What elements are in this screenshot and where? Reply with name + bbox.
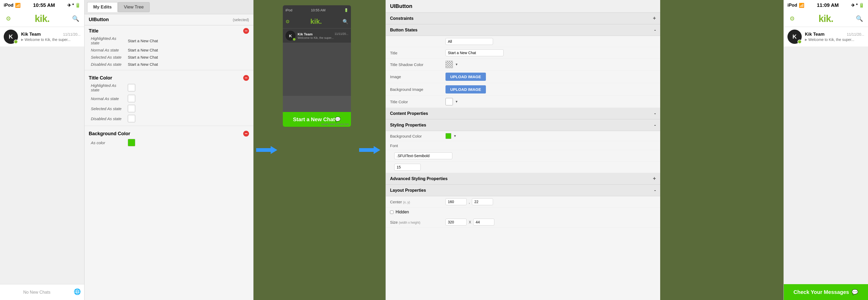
right-battery-icon: 🔋 xyxy=(859,3,864,8)
title-color-swatch-2[interactable] xyxy=(128,95,135,102)
constraints-section: Constraints + xyxy=(386,13,660,24)
bg-color-state-1: As color xyxy=(85,138,253,148)
title-shadow-color-label: Title Shadow Color xyxy=(390,62,443,67)
right-gear-icon[interactable]: ⚙ xyxy=(787,14,797,24)
left-arrow-svg xyxy=(256,146,277,154)
title-field-row: Title xyxy=(386,47,660,59)
title-state-2: Normal As state Start a New Chat xyxy=(85,47,253,54)
right-chat-item[interactable]: K Kik Team 11/11/20... ▶ Welcome to Kik,… xyxy=(784,27,868,47)
tab-my-edits[interactable]: My Edits xyxy=(87,2,118,12)
right-avatar: K xyxy=(787,30,802,44)
title-color-dropdown-arrow[interactable]: ▼ xyxy=(455,100,458,103)
right-location-icon: ✈ xyxy=(851,3,855,8)
title-field-input[interactable] xyxy=(445,50,504,56)
left-time: 10:55 AM xyxy=(33,2,55,8)
hidden-checkbox[interactable] xyxy=(390,210,394,214)
size-label: Size xyxy=(390,220,398,224)
hidden-label: Hidden xyxy=(396,210,409,214)
title-field-label: Title xyxy=(390,51,443,55)
title-color-swatch-4[interactable] xyxy=(128,115,135,122)
right-kik-logo-text: kik. xyxy=(818,13,833,24)
center-field-label: Center (x, y) xyxy=(390,200,443,204)
styling-properties-toggle[interactable]: - xyxy=(654,122,656,128)
left-no-new-chats: No New Chats xyxy=(0,290,74,295)
title-remove-icon[interactable]: − xyxy=(243,28,249,34)
advanced-styling-toggle[interactable]: + xyxy=(653,176,656,182)
preview-new-chat-btn[interactable]: Start a New Chat 💬 SHOW VIEW SELECTOR xyxy=(283,112,351,127)
my-edits-selected: (selected) xyxy=(233,18,249,22)
title-color-remove-icon[interactable]: − xyxy=(243,75,249,81)
divider-2 xyxy=(85,126,253,126)
title-color-row-inner: ▼ xyxy=(445,98,458,106)
title-state-2-label: Normal As state xyxy=(91,48,125,52)
check-messages-btn[interactable]: Check Your Messages 💬 xyxy=(784,284,868,300)
font-field-label: Font xyxy=(390,143,443,148)
right-status-right: ✈ * 🔋 xyxy=(851,3,864,8)
size-width-input[interactable] xyxy=(445,219,467,226)
right-blue-arrow xyxy=(359,146,380,154)
right-chat-info: Kik Team 11/11/20... ▶ Welcome to Kik, t… xyxy=(805,32,864,42)
preview-avatar: K xyxy=(285,31,296,41)
size-sub: (width x height) xyxy=(399,221,420,224)
bg-color-dropdown-arrow[interactable]: ▼ xyxy=(454,134,457,138)
battery-icon: 🔋 xyxy=(75,3,81,8)
size-height-input[interactable] xyxy=(473,219,494,226)
preview-carrier: iPod xyxy=(285,8,292,12)
preview-avatar-badge xyxy=(293,38,296,41)
content-properties-section: Content Properties - xyxy=(386,108,660,119)
content-properties-toggle[interactable]: - xyxy=(654,110,656,117)
center-label: Center xyxy=(390,200,402,204)
right-bluetooth-icon: * xyxy=(856,3,858,8)
left-chat-preview: ▶ Welcome to Kik, the super... xyxy=(21,37,81,42)
location-icon: ✈ xyxy=(67,3,71,8)
image-upload-button[interactable]: UPLOAD IMAGE xyxy=(445,72,486,81)
preview-chat-name: Kik Team xyxy=(298,32,313,36)
title-state-4: Disabled As state Start a New Chat xyxy=(85,61,253,68)
right-avatar-letter: K xyxy=(793,33,797,40)
hidden-row: Hidden xyxy=(386,208,660,216)
left-globe-icon[interactable]: 🌐 xyxy=(74,289,82,296)
right-status-bar: iPod 📶 11:09 AM ✈ * 🔋 xyxy=(784,0,868,10)
state-dropdown[interactable]: All Highlighted Normal Selected Disabled xyxy=(445,38,493,45)
bg-color-swatch[interactable] xyxy=(445,133,451,139)
constraints-toggle[interactable]: + xyxy=(653,15,656,21)
center-separator: , xyxy=(469,200,470,204)
left-search-icon[interactable]: 🔍 xyxy=(71,14,81,24)
title-color-swatch-3[interactable] xyxy=(128,105,135,112)
title-color-state-4: Disabled As state xyxy=(85,114,253,124)
image-field-row: Image UPLOAD IMAGE xyxy=(386,70,660,83)
title-shadow-swatch[interactable] xyxy=(445,61,453,68)
background-image-upload-button[interactable]: UPLOAD IMAGE xyxy=(445,85,486,93)
title-state-1-label: Highlighted As state xyxy=(91,36,125,45)
layout-properties-label: Layout Properties xyxy=(390,188,426,193)
center-x-input[interactable] xyxy=(445,198,467,205)
left-chat-item[interactable]: K Kik Team 11/11/20... ▶ Welcome to Kik,… xyxy=(0,27,84,47)
title-color-section-header: Title Color − xyxy=(85,72,253,82)
title-shadow-dropdown-arrow[interactable]: ▼ xyxy=(455,63,458,66)
layout-properties-toggle[interactable]: - xyxy=(654,187,656,193)
bg-color-field-label: Background Color xyxy=(390,134,443,139)
left-chat-info: Kik Team 11/11/20... ▶ Welcome to Kik, t… xyxy=(21,32,81,42)
my-edits-title: UIButton xyxy=(89,17,109,23)
preview-time: 10:55 AM xyxy=(311,8,326,12)
font-size-dropdown[interactable]: 15 xyxy=(394,164,421,171)
left-kik-logo-text: kik. xyxy=(35,13,50,24)
bg-color-swatch-1[interactable] xyxy=(128,139,135,146)
title-color-swatch-1[interactable] xyxy=(128,84,135,91)
right-kik-logo: kik. xyxy=(818,13,833,24)
preview-search-icon: 🔍 xyxy=(342,19,348,25)
editor-area: My Edits View Tree UIButton (selected) T… xyxy=(85,0,783,300)
center-y-input[interactable] xyxy=(472,198,493,205)
left-chat-preview-text: Welcome to Kik, the super... xyxy=(25,37,70,42)
right-chat-name: Kik Team xyxy=(805,32,825,37)
bg-color-remove-icon[interactable]: − xyxy=(243,131,249,137)
button-states-toggle[interactable]: - xyxy=(654,27,656,33)
preview-chat-info: Kik Team 11/11/20... Welcome to Kik, the… xyxy=(298,32,348,39)
my-edits-panel: My Edits View Tree UIButton (selected) T… xyxy=(85,0,253,300)
right-search-icon[interactable]: 🔍 xyxy=(855,14,864,24)
left-gear-icon[interactable]: ⚙ xyxy=(4,14,13,24)
styling-properties-label: Styling Properties xyxy=(390,123,426,127)
font-family-dropdown[interactable]: .SFUIText-Semibold xyxy=(394,152,452,159)
tab-view-tree[interactable]: View Tree xyxy=(118,2,150,12)
title-color-swatch[interactable] xyxy=(445,98,453,106)
